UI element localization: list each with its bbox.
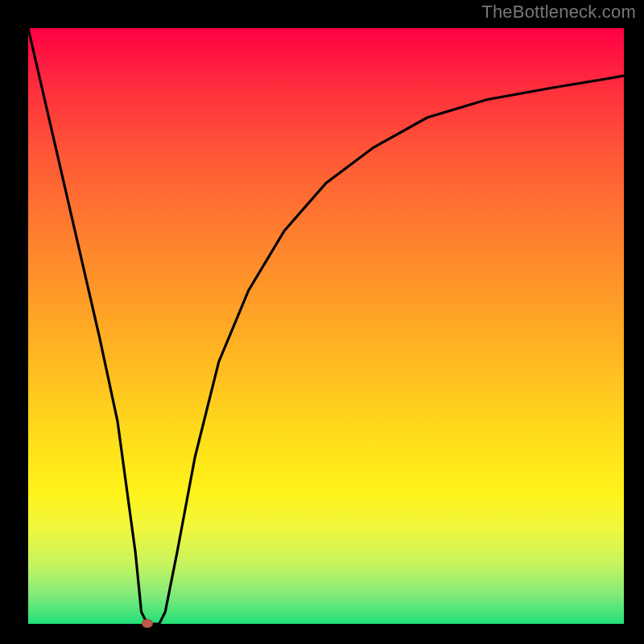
chart-container: TheBottleneck.com <box>0 0 644 644</box>
plot-area <box>28 28 624 624</box>
bottleneck-curve <box>28 28 624 624</box>
optimum-marker <box>142 619 153 628</box>
watermark-text: TheBottleneck.com <box>481 2 636 23</box>
